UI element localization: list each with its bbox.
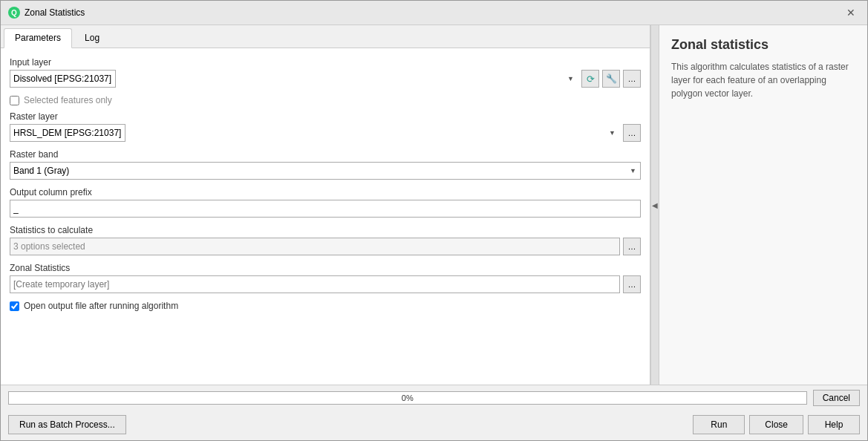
open-output-row: Open output file after running algorithm xyxy=(10,301,641,311)
zonal-statistics-input[interactable] xyxy=(10,275,620,293)
progress-label: 0% xyxy=(402,393,414,402)
zonal-statistics-row: … xyxy=(10,275,641,293)
help-title: Zonal statistics xyxy=(671,37,855,53)
parameters-panel: Input layer Dissolved [EPSG:21037] ⟳ 🔧 xyxy=(1,48,650,385)
statistics-input xyxy=(10,238,620,255)
raster-band-group: Raster band Band 1 (Gray) xyxy=(10,149,641,180)
input-layer-refresh-button[interactable]: ⟳ xyxy=(581,70,599,88)
progress-row: 0% Cancel xyxy=(8,390,860,406)
selected-features-checkbox[interactable] xyxy=(10,96,19,105)
input-layer-row: Dissolved [EPSG:21037] ⟳ 🔧 … xyxy=(10,70,641,88)
progress-bar-container: 0% xyxy=(8,391,807,405)
raster-band-select[interactable]: Band 1 (Gray) xyxy=(10,162,641,180)
help-panel: Zonal statistics This algorithm calculat… xyxy=(659,25,867,385)
help-description: This algorithm calculates statistics of … xyxy=(671,60,855,100)
help-button[interactable]: Help xyxy=(808,415,860,434)
window-title: Zonal Statistics xyxy=(25,7,85,18)
close-button[interactable]: Close xyxy=(749,415,803,434)
window-close-button[interactable]: ✕ xyxy=(842,5,860,20)
right-buttons: Run Close Help xyxy=(693,415,860,434)
raster-layer-label: Raster layer xyxy=(10,111,641,122)
raster-layer-select-wrapper: HRSL_DEM [EPSG:21037] xyxy=(10,124,620,142)
input-layer-label: Input layer xyxy=(10,57,641,68)
bottom-bar: 0% Cancel Run as Batch Process... Run Cl… xyxy=(1,385,867,440)
tabs-bar: Parameters Log xyxy=(1,25,650,48)
statistics-browse-button[interactable]: … xyxy=(623,238,641,255)
title-bar-left: Q Zonal Statistics xyxy=(8,7,85,19)
left-panel: Parameters Log Input layer Dissolved [EP… xyxy=(1,25,650,385)
raster-band-select-wrapper: Band 1 (Gray) xyxy=(10,162,641,180)
raster-layer-group: Raster layer HRSL_DEM [EPSG:21037] … xyxy=(10,111,641,142)
input-layer-select[interactable]: Dissolved [EPSG:21037] xyxy=(10,70,116,88)
panel-collapse-handle[interactable]: ◀ xyxy=(650,25,659,385)
output-prefix-input[interactable] xyxy=(10,200,641,218)
output-prefix-label: Output column prefix xyxy=(10,187,641,197)
open-output-checkbox[interactable] xyxy=(10,301,19,311)
cancel-button-inline[interactable]: Cancel xyxy=(813,390,860,406)
progress-area: 0% Cancel xyxy=(1,385,867,411)
input-layer-browse-button[interactable]: … xyxy=(623,70,641,88)
tab-parameters[interactable]: Parameters xyxy=(4,28,72,48)
raster-band-label: Raster band xyxy=(10,149,641,160)
selected-features-label: Selected features only xyxy=(24,95,112,105)
selected-features-row: Selected features only xyxy=(10,95,641,105)
raster-layer-browse-button[interactable]: … xyxy=(623,124,641,142)
tab-log[interactable]: Log xyxy=(74,28,111,48)
buttons-row: Run as Batch Process... Run Close Help xyxy=(1,411,867,440)
content-area: Parameters Log Input layer Dissolved [EP… xyxy=(1,25,867,385)
statistics-label: Statistics to calculate xyxy=(10,225,641,235)
raster-layer-row: HRSL_DEM [EPSG:21037] … xyxy=(10,124,641,142)
open-output-label: Open output file after running algorithm xyxy=(24,301,178,311)
statistics-group: Statistics to calculate … xyxy=(10,225,641,255)
input-layer-group: Input layer Dissolved [EPSG:21037] ⟳ 🔧 xyxy=(10,57,641,88)
statistics-row: … xyxy=(10,238,641,255)
output-prefix-group: Output column prefix xyxy=(10,187,641,218)
raster-layer-select[interactable]: HRSL_DEM [EPSG:21037] xyxy=(10,124,125,142)
title-bar: Q Zonal Statistics ✕ xyxy=(1,1,867,25)
app-icon: Q xyxy=(8,7,20,19)
zonal-statistics-label: Zonal Statistics xyxy=(10,263,641,273)
run-button[interactable]: Run xyxy=(693,415,745,434)
input-layer-edit-button[interactable]: 🔧 xyxy=(602,70,620,88)
zonal-statistics-browse-button[interactable]: … xyxy=(623,275,641,293)
batch-process-button[interactable]: Run as Batch Process... xyxy=(8,415,126,434)
zonal-statistics-output-group: Zonal Statistics … xyxy=(10,263,641,293)
main-window: Q Zonal Statistics ✕ Parameters Log Inpu… xyxy=(0,0,868,441)
input-layer-select-wrapper: Dissolved [EPSG:21037] xyxy=(10,70,578,88)
